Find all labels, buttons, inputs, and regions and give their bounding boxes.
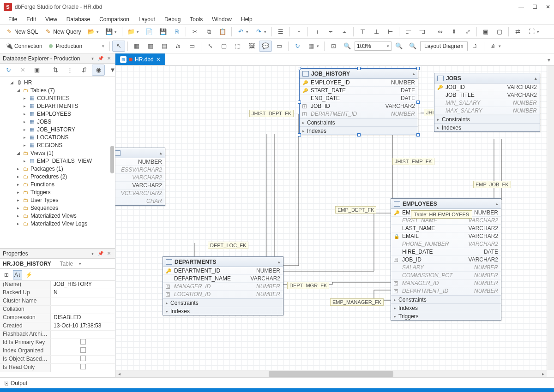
property-row[interactable]: Index Organized xyxy=(0,347,115,356)
column-row[interactable]: 🔑DEPARTMENT_IDNUMBER xyxy=(163,267,283,275)
exp-delete-icon[interactable]: ✕ xyxy=(16,65,29,76)
property-row[interactable]: (Name)JOB_HISTORY xyxy=(0,281,115,289)
align4-icon[interactable]: ⊤ xyxy=(356,26,369,37)
preview-button[interactable]: 🗋 xyxy=(469,41,482,52)
stop-button[interactable]: ▦▾ xyxy=(305,41,322,52)
back-icon[interactable]: ▢ xyxy=(493,26,506,37)
note-tool[interactable]: 💬 xyxy=(259,41,272,52)
doc-button[interactable]: 📄 xyxy=(143,26,156,37)
exp-window-icon[interactable]: ▣ xyxy=(30,65,43,76)
panel-close-icon[interactable]: ✕ xyxy=(106,55,112,62)
tree-item[interactable]: ▸🗀Functions xyxy=(0,180,115,188)
selection-handle[interactable] xyxy=(357,133,361,137)
column-row[interactable]: LAST_NAMEVARCHAR2 xyxy=(391,225,501,232)
output-label[interactable]: Output xyxy=(11,380,27,386)
properties-grid[interactable]: (Name)JOB_HISTORYBacked UpNCluster NameC… xyxy=(0,281,115,377)
prop-position-icon[interactable]: ▾ xyxy=(89,250,96,257)
tree-item[interactable]: ▸🗀Materialized Views xyxy=(0,212,115,220)
relation-tool[interactable]: ⤡ xyxy=(204,41,217,52)
fk-label[interactable]: JHIST_DEPT_FK xyxy=(249,110,294,117)
exp-filter3-icon[interactable]: ⇵ xyxy=(78,65,90,76)
view-tool[interactable]: ▥ xyxy=(144,41,157,52)
column-row[interactable]: MIN_SALARYNUMBER xyxy=(434,99,540,107)
column-row[interactable]: CHAR xyxy=(115,197,165,205)
entity-section[interactable]: ▸Constraints xyxy=(163,298,283,307)
fk-label[interactable]: JHIST_EMP_FK xyxy=(392,158,434,165)
align5-icon[interactable]: ⊥ xyxy=(370,26,383,37)
front-icon[interactable]: ▣ xyxy=(479,26,492,37)
align-left-icon[interactable]: ⊦ xyxy=(292,26,305,37)
tree-item[interactable]: ▸🗀Procedures (2) xyxy=(0,172,115,180)
pointer-tool[interactable]: ↖ xyxy=(112,41,125,52)
fk-label[interactable]: EMP_MANAGER_FK xyxy=(330,298,384,306)
cut-button[interactable]: ✂ xyxy=(188,26,201,37)
entity-section[interactable]: ▸Indexes xyxy=(163,307,283,315)
column-row[interactable]: ⚿DEPARTMENT_IDNUMBER xyxy=(300,110,418,118)
property-row[interactable]: Backed UpN xyxy=(0,289,115,297)
column-row[interactable]: ⚿JOB_IDVARCHAR2 xyxy=(300,102,418,110)
output-icon[interactable]: ⎘ xyxy=(5,380,8,386)
column-row[interactable]: ⚿JOB_IDVARCHAR2 xyxy=(391,256,501,264)
properties-object-selector[interactable]: HR.JOB_HISTORY Table ▾ xyxy=(0,259,115,269)
exp-refresh-icon[interactable]: ↻ xyxy=(2,65,15,76)
align3-icon[interactable]: ⫠ xyxy=(338,26,351,37)
column-row[interactable]: END_DATEDATE xyxy=(300,95,418,102)
tree-scrollbar[interactable] xyxy=(110,146,114,173)
expand-icon[interactable]: ⛶▾ xyxy=(525,26,542,37)
prop-events-icon[interactable]: ⚡ xyxy=(24,270,33,279)
prop-categorized-icon[interactable]: ⊞ xyxy=(2,270,11,279)
selection-handle[interactable] xyxy=(357,67,361,70)
column-row[interactable]: ⚿MANAGER_IDNUMBER xyxy=(391,279,501,287)
menu-database[interactable]: Database xyxy=(63,15,94,24)
column-row[interactable]: ⚿LOCATION_IDNUMBER xyxy=(163,291,283,298)
tree-item[interactable]: ▸▦LOCATIONS xyxy=(0,133,115,141)
tab-hr-dbd[interactable]: ⊞ HR.dbd ✕ xyxy=(115,53,165,65)
prop-close-icon[interactable]: ✕ xyxy=(106,250,112,257)
refresh-button[interactable]: ↻ xyxy=(291,41,304,52)
pkg-tool[interactable]: ▭ xyxy=(186,41,199,52)
tree-item[interactable]: ▸🗀Packages (1) xyxy=(0,165,115,172)
size2-icon[interactable]: ⇕ xyxy=(447,26,460,37)
exp-scope-icon[interactable]: ◉ xyxy=(92,65,105,76)
property-row[interactable]: Id Is Primary Key xyxy=(0,339,115,347)
fk-label[interactable]: DEPT_LOC_FK xyxy=(208,242,248,249)
zoomtool-button[interactable]: 🔍 xyxy=(341,41,354,52)
zoomout-button[interactable]: 🔍 xyxy=(406,41,419,52)
property-row[interactable]: Flashback Archiv... xyxy=(0,331,115,339)
column-row[interactable]: JOB_TITLEVARCHAR2 xyxy=(434,91,540,99)
size3-icon[interactable]: ⤢ xyxy=(461,26,474,37)
tree-item[interactable]: ◢🗀Views (1) xyxy=(0,149,115,157)
column-row[interactable]: ⚿MANAGER_IDNUMBER xyxy=(163,283,283,291)
exp-filter2-icon[interactable]: ⋮ xyxy=(63,65,76,76)
column-row[interactable]: 🔑EMPLOYEE_IDNUMBER xyxy=(300,79,418,87)
grid-tool[interactable]: ▤ xyxy=(158,41,171,52)
column-row[interactable]: COMMISSION_PCTNUMBER xyxy=(391,272,501,279)
column-row[interactable]: VCEVARCHAR2 xyxy=(115,190,165,197)
connection-dropdown[interactable]: Production▾ xyxy=(46,41,107,51)
tree-item[interactable]: ▸▤EMP_DETAILS_VIEW xyxy=(0,157,115,165)
property-row[interactable]: Is Read Only xyxy=(0,364,115,372)
selection-handle[interactable] xyxy=(416,133,420,137)
prop-pin-icon[interactable]: 📌 xyxy=(97,250,104,257)
entity-section[interactable]: ▸Constraints xyxy=(391,295,501,303)
close-button[interactable]: ✕ xyxy=(546,4,550,10)
column-row[interactable]: VARCHAR2 xyxy=(115,182,165,190)
menu-view[interactable]: View xyxy=(42,15,61,24)
column-row[interactable]: NUMBER xyxy=(115,158,165,166)
menu-debug[interactable]: Debug xyxy=(161,15,184,24)
menu-comparison[interactable]: Comparison xyxy=(96,15,133,24)
column-row[interactable]: HIRE_DATEDATE xyxy=(391,248,501,256)
panel-pin-icon[interactable]: 📌 xyxy=(97,55,104,62)
column-row[interactable]: 🔒EMAILVARCHAR2 xyxy=(391,232,501,240)
dist2-icon[interactable]: ⫎ xyxy=(416,26,428,37)
diagram-canvas[interactable]: JHIST_DEPT_FK JHIST_JOB_FK JHIST_EMP_FK … xyxy=(115,65,547,370)
paste-button[interactable]: 📋 xyxy=(216,26,229,37)
tree-item[interactable]: ▸🗀Triggers xyxy=(0,188,115,196)
align6-icon[interactable]: ⊢ xyxy=(384,26,397,37)
fk-label[interactable]: EMP_JOB_FK xyxy=(473,181,511,188)
canvas-hscroll[interactable]: ◂ ▸ xyxy=(115,370,547,377)
entity-section[interactable]: ▸Indexes xyxy=(391,303,501,312)
menu-tools[interactable]: Tools xyxy=(186,15,206,24)
canvas-vscroll[interactable] xyxy=(547,65,554,370)
prop-alpha-icon[interactable]: A↓ xyxy=(13,270,22,279)
